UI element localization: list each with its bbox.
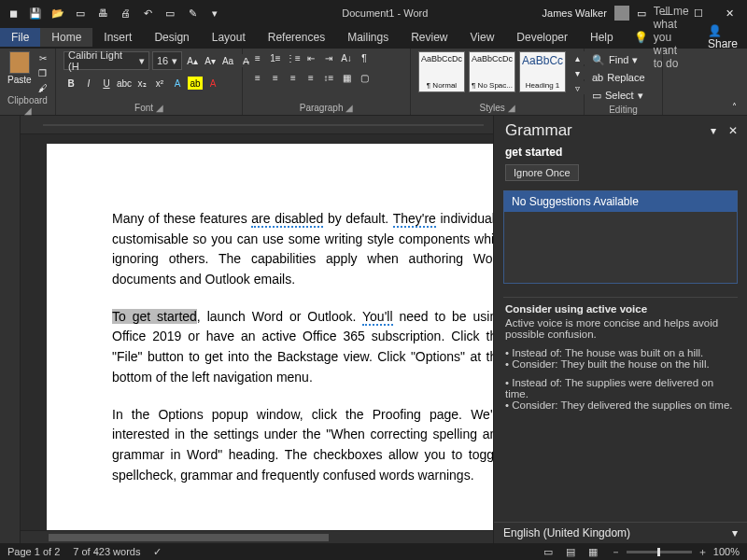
- highlight-icon[interactable]: ab: [188, 77, 203, 90]
- style-normal[interactable]: AaBbCcDc¶ Normal: [418, 51, 465, 92]
- align-center-icon[interactable]: ≡: [268, 71, 283, 84]
- tab-mailings[interactable]: Mailings: [336, 28, 400, 47]
- redo-icon[interactable]: ▭: [162, 6, 177, 21]
- shrink-font-icon[interactable]: A▾: [203, 54, 218, 67]
- grow-font-icon[interactable]: A▴: [185, 54, 200, 67]
- print-icon[interactable]: 🖶: [95, 6, 110, 21]
- document-viewport[interactable]: Many of these features are disabled by d…: [21, 116, 493, 543]
- word-count[interactable]: 7 of 423 words: [73, 546, 140, 557]
- superscript-button[interactable]: x²: [152, 77, 167, 90]
- sort-icon[interactable]: A↓: [339, 51, 354, 64]
- page-number[interactable]: Page 1 of 2: [7, 546, 60, 557]
- style-no-spacing[interactable]: AaBbCcDc¶ No Spac...: [469, 51, 515, 92]
- justify-icon[interactable]: ≡: [303, 71, 318, 84]
- pane-close-icon[interactable]: ✕: [728, 124, 738, 137]
- text-effects-icon[interactable]: A: [170, 77, 185, 90]
- more-icon[interactable]: ▾: [207, 6, 222, 21]
- tab-developer[interactable]: Developer: [505, 28, 579, 47]
- tab-help[interactable]: Help: [579, 28, 625, 47]
- styles-more-icon[interactable]: ▿: [570, 81, 585, 94]
- align-left-icon[interactable]: ≡: [250, 71, 265, 84]
- collapse-ribbon-icon[interactable]: ˄: [726, 100, 741, 113]
- quickprint-icon[interactable]: 🖨: [118, 6, 133, 21]
- advice-example: Consider: They built the house on the hi…: [505, 358, 736, 370]
- tab-review[interactable]: Review: [400, 28, 458, 47]
- tab-layout[interactable]: Layout: [201, 28, 257, 47]
- language-selector[interactable]: English (United Kingdom) ▾: [494, 522, 747, 543]
- borders-icon[interactable]: ▢: [357, 71, 372, 84]
- touch-icon[interactable]: ✎: [185, 6, 200, 21]
- paste-button[interactable]: Paste: [7, 51, 32, 85]
- italic-button[interactable]: I: [81, 77, 96, 90]
- squiggle-youll[interactable]: You'll: [362, 309, 393, 326]
- font-size-combo[interactable]: 16▾: [152, 51, 182, 70]
- zoom-in-icon[interactable]: ＋: [698, 545, 708, 559]
- zoom-control[interactable]: － ＋ 100%: [611, 545, 740, 559]
- select-button[interactable]: ▭Select ▾: [592, 87, 643, 104]
- zoom-out-icon[interactable]: －: [611, 545, 621, 559]
- new-icon[interactable]: ▭: [73, 6, 88, 21]
- tab-file[interactable]: File: [0, 28, 40, 47]
- close-button[interactable]: ✕: [715, 7, 743, 20]
- cut-icon[interactable]: ✂: [35, 51, 50, 64]
- font-color-icon[interactable]: A: [205, 77, 220, 90]
- paragraph-launcher-icon[interactable]: ◢: [345, 103, 353, 113]
- tab-insert[interactable]: Insert: [92, 28, 143, 47]
- line-spacing-icon[interactable]: ↕≡: [321, 71, 336, 84]
- share-button[interactable]: 👤 Share: [698, 24, 747, 50]
- tab-design[interactable]: Design: [143, 28, 200, 47]
- indent-dec-icon[interactable]: ⇤: [303, 51, 318, 64]
- view-print-icon[interactable]: ▤: [566, 546, 575, 558]
- squiggle-are-disabled[interactable]: are disabled: [251, 211, 323, 228]
- bold-button[interactable]: B: [63, 77, 78, 90]
- font-name-combo[interactable]: Calibri Light (H▾: [63, 51, 149, 70]
- numbering-icon[interactable]: 1≡: [268, 51, 283, 64]
- undo-icon[interactable]: ↶: [140, 6, 155, 21]
- no-suggestions-header[interactable]: No Suggestions Available: [504, 191, 737, 212]
- tab-references[interactable]: References: [257, 28, 336, 47]
- underline-button[interactable]: U: [99, 77, 114, 90]
- pane-options-icon[interactable]: ▾: [711, 124, 716, 137]
- paragraph-3[interactable]: In the Options popup window, click the P…: [112, 405, 493, 486]
- replace-icon: ab: [592, 72, 603, 83]
- show-marks-icon[interactable]: ¶: [357, 51, 372, 64]
- zoom-slider[interactable]: [627, 551, 692, 553]
- highlighted-phrase[interactable]: To get started: [112, 309, 197, 324]
- bullets-icon[interactable]: ≡: [250, 51, 265, 64]
- page[interactable]: Many of these features are disabled by d…: [47, 144, 493, 543]
- squiggle-theyre[interactable]: They're: [393, 211, 436, 228]
- group-clipboard: Paste ✂ ❐ 🖌 Clipboard ◢: [0, 49, 56, 115]
- styles-launcher-icon[interactable]: ◢: [508, 103, 515, 113]
- change-case-icon[interactable]: Aa: [220, 54, 235, 67]
- scroll-thumb[interactable]: [49, 534, 329, 541]
- align-right-icon[interactable]: ≡: [286, 71, 301, 84]
- subscript-button[interactable]: x₂: [134, 77, 149, 90]
- view-web-icon[interactable]: ▦: [588, 546, 598, 558]
- strike-button[interactable]: abc: [117, 77, 132, 90]
- view-read-icon[interactable]: ▭: [543, 546, 553, 558]
- zoom-knob[interactable]: [657, 548, 660, 556]
- copy-icon[interactable]: ❐: [35, 66, 50, 79]
- clipboard-launcher-icon[interactable]: ◢: [24, 105, 32, 116]
- shading-icon[interactable]: ▦: [339, 71, 354, 84]
- styles-up-icon[interactable]: ▴: [570, 51, 585, 64]
- user-name[interactable]: James Walker: [543, 7, 607, 19]
- styles-down-icon[interactable]: ▾: [570, 66, 585, 79]
- replace-button[interactable]: abReplace: [592, 69, 645, 86]
- paragraph-1[interactable]: Many of these features are disabled by d…: [112, 209, 493, 290]
- tab-view[interactable]: View: [459, 28, 506, 47]
- tab-home[interactable]: Home: [40, 28, 92, 47]
- font-launcher-icon[interactable]: ◢: [156, 103, 163, 113]
- multilevel-icon[interactable]: ⋮≡: [286, 51, 301, 64]
- open-icon[interactable]: 📂: [50, 6, 65, 21]
- format-painter-icon[interactable]: 🖌: [35, 81, 50, 94]
- indent-inc-icon[interactable]: ⇥: [321, 51, 336, 64]
- save-icon[interactable]: 💾: [28, 6, 43, 21]
- paragraph-2[interactable]: To get started, launch Word or Outlook. …: [112, 307, 493, 388]
- horizontal-scrollbar[interactable]: [21, 530, 493, 543]
- find-button[interactable]: 🔍Find ▾: [592, 51, 638, 68]
- ignore-once-button[interactable]: Ignore Once: [505, 164, 579, 181]
- style-heading1[interactable]: AaBbCcHeading 1: [519, 51, 566, 92]
- proofing-icon[interactable]: ✓: [153, 546, 162, 558]
- zoom-value[interactable]: 100%: [713, 546, 740, 557]
